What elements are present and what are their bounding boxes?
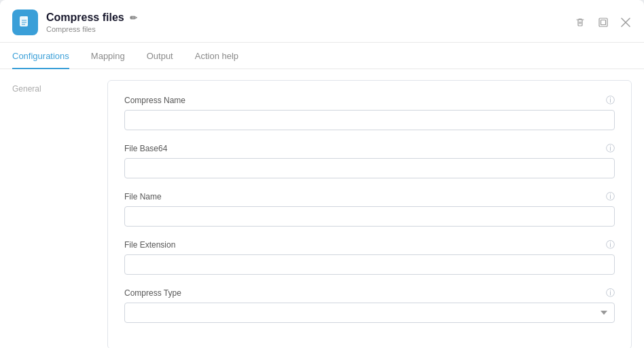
file-name-group: File Name ⓘ [124,191,615,227]
file-extension-label-row: File Extension ⓘ [124,239,615,251]
file-extension-group: File Extension ⓘ [124,239,615,275]
sidebar: General [12,80,107,348]
compress-name-info-icon[interactable]: ⓘ [606,94,615,107]
edit-title-icon[interactable]: ✏ [130,13,137,23]
expand-button[interactable] [596,16,610,29]
app-icon [12,9,38,35]
file-base64-input[interactable] [124,158,615,178]
title-bar: Compress files ✏ Compress files [0,0,644,43]
title-text-group: Compress files ✏ Compress files [46,12,137,33]
svg-rect-7 [599,18,607,26]
window-subtitle: Compress files [46,25,137,33]
compress-type-group: Compress Type ⓘ ZIP GZIP TAR [124,287,615,323]
compress-name-input[interactable] [124,110,615,130]
body: General Compress Name ⓘ File Base64 ⓘ [0,69,644,348]
file-base64-label-row: File Base64 ⓘ [124,142,615,155]
file-name-label: File Name [124,192,162,201]
compress-name-label-row: Compress Name ⓘ [124,94,615,107]
tab-action-help[interactable]: Action help [195,43,238,69]
window-controls [573,16,632,29]
window-title-row: Compress files ✏ [46,12,137,24]
compress-name-label: Compress Name [124,96,185,105]
file-name-input[interactable] [124,206,615,227]
compress-type-select[interactable]: ZIP GZIP TAR [124,303,615,323]
svg-rect-8 [601,20,606,25]
form-panel: Compress Name ⓘ File Base64 ⓘ File Name … [107,80,632,348]
file-name-info-icon[interactable]: ⓘ [606,191,615,203]
compress-name-group: Compress Name ⓘ [124,94,615,130]
file-base64-group: File Base64 ⓘ [124,142,615,178]
file-base64-label: File Base64 [124,144,167,153]
file-extension-input[interactable] [124,254,615,275]
delete-button[interactable] [573,16,587,29]
tab-bar: Configurations Mapping Output Action hel… [0,43,644,69]
main-window: Compress files ✏ Compress files [0,0,644,348]
tab-mapping[interactable]: Mapping [91,43,125,69]
tab-configurations[interactable]: Configurations [12,43,69,69]
sidebar-general-label: General [12,80,99,98]
svg-rect-1 [25,16,28,19]
compress-type-label-row: Compress Type ⓘ [124,287,615,299]
compress-type-label: Compress Type [124,288,181,298]
file-extension-info-icon[interactable]: ⓘ [606,239,615,251]
file-name-label-row: File Name ⓘ [124,191,615,203]
close-button[interactable] [620,16,632,28]
window-title: Compress files [46,12,124,24]
compress-type-info-icon[interactable]: ⓘ [606,287,615,299]
file-base64-info-icon[interactable]: ⓘ [606,142,615,155]
file-extension-label: File Extension [124,240,175,250]
tab-output[interactable]: Output [147,43,173,69]
